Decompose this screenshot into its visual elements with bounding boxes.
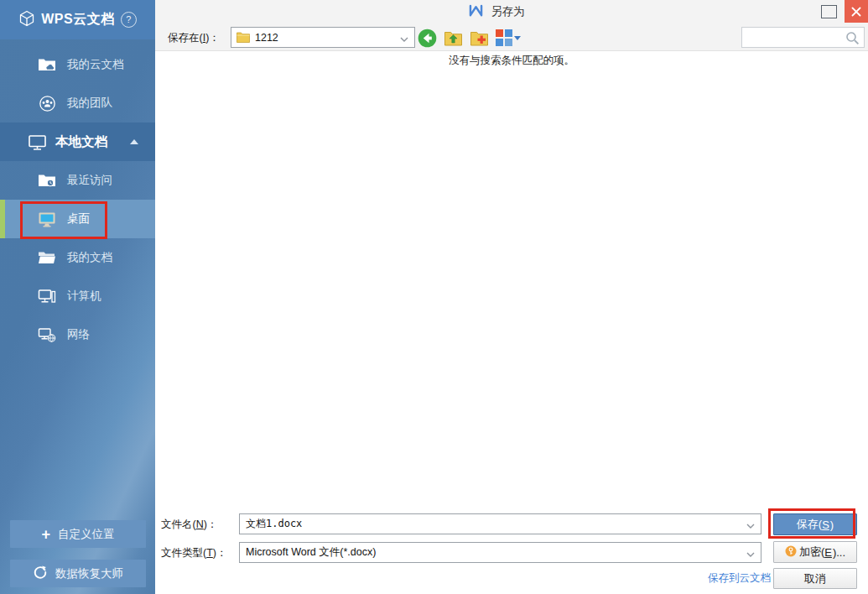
monitor-icon: [27, 134, 47, 150]
custom-location-label: 自定义位置: [58, 527, 115, 542]
sidebar-item-label: 计算机: [67, 289, 101, 304]
cancel-button[interactable]: 取消: [773, 568, 857, 589]
filetype-combobox[interactable]: Microsoft Word 文件(*.docx): [239, 542, 761, 563]
filename-label: 文件名(N)：: [161, 518, 217, 532]
encrypt-button[interactable]: 加密(E)...: [773, 541, 857, 563]
computer-icon: [37, 289, 57, 304]
button-mnemonic: S: [822, 518, 829, 531]
filename-value: 文档1.docx: [246, 517, 302, 531]
recent-folder-icon: [37, 174, 57, 187]
empty-state-message: 没有与搜索条件匹配的项。: [155, 54, 868, 68]
search-box: [741, 27, 865, 48]
sidebar-item-network[interactable]: 网络: [0, 315, 155, 354]
save-in-label: 保存在(I)：: [168, 31, 220, 45]
window-chrome: 另存为 保存在(I)： 1212: [155, 0, 868, 51]
save-to-cloud-link[interactable]: 保存到云文档: [708, 571, 771, 586]
collapse-arrow-icon[interactable]: [130, 139, 138, 144]
new-folder-icon[interactable]: [470, 29, 489, 46]
sidebar-title: WPS云文档: [41, 11, 114, 29]
location-value: 1212: [255, 32, 278, 44]
label-post: )：: [213, 547, 227, 559]
team-icon: [37, 95, 57, 112]
chevron-down-icon[interactable]: [746, 545, 755, 560]
data-recovery-button[interactable]: 数据恢复大师: [10, 560, 146, 587]
sidebar-item-my-documents[interactable]: 我的文档: [0, 238, 155, 277]
folder-up-icon[interactable]: [444, 29, 463, 46]
search-input[interactable]: [746, 29, 848, 48]
label-pre: 保存在(: [168, 32, 203, 44]
view-options-icon[interactable]: [496, 29, 521, 46]
save-button[interactable]: 保存(S): [773, 513, 857, 535]
titlebar: 另存为: [140, 0, 853, 23]
sidebar-item-label: 最近访问: [67, 173, 112, 188]
label-pre: 文件类型(: [161, 547, 206, 559]
button-post: )...: [833, 546, 845, 559]
wps-writer-logo-icon: [468, 4, 484, 20]
sidebar-section-local-docs[interactable]: 本地文档: [0, 122, 155, 161]
sidebar-header: WPS云文档 ?: [0, 0, 155, 39]
help-icon[interactable]: ?: [121, 12, 137, 28]
label-mnemonic: T: [206, 547, 213, 559]
location-dropdown[interactable]: 1212: [231, 27, 415, 48]
label-post: )：: [204, 518, 218, 530]
sidebar-item-recent[interactable]: 最近访问: [0, 161, 155, 200]
close-button[interactable]: [845, 0, 868, 23]
back-icon[interactable]: [418, 29, 437, 48]
restore-arrow-icon: [33, 565, 48, 582]
chevron-down-icon[interactable]: [400, 30, 408, 45]
sidebar-section-label: 本地文档: [55, 133, 107, 151]
filetype-label: 文件类型(T)：: [161, 546, 226, 560]
dialog-title: 另存为: [491, 4, 525, 19]
key-lock-icon: [785, 545, 797, 560]
label-mnemonic: N: [196, 518, 204, 530]
filename-combobox[interactable]: 文档1.docx: [239, 513, 761, 534]
chevron-down-icon[interactable]: [746, 517, 755, 532]
folder-toolbar: [418, 27, 521, 49]
sidebar-item-label: 网络: [67, 327, 90, 342]
plus-icon: +: [41, 527, 50, 542]
search-icon[interactable]: [845, 31, 860, 49]
data-recovery-label: 数据恢复大师: [55, 566, 123, 581]
label-pre: 文件名(: [161, 518, 196, 530]
button-post: ): [830, 518, 834, 531]
close-icon: [851, 7, 861, 17]
filetype-value: Microsoft Word 文件(*.docx): [246, 545, 376, 560]
sidebar-item-label: 桌面: [67, 211, 90, 227]
main-panel: 另存为 保存在(I)： 1212: [155, 0, 868, 594]
button-pre: 保存(: [797, 517, 822, 532]
documents-folder-icon: [37, 251, 57, 264]
network-icon: [37, 327, 57, 342]
button-pre: 加密(: [799, 544, 824, 560]
sidebar-item-my-team[interactable]: 我的团队: [0, 84, 155, 122]
sidebar-item-label: 我的文档: [67, 250, 112, 265]
maximize-button[interactable]: [821, 5, 837, 18]
custom-location-button[interactable]: + 自定义位置: [10, 520, 146, 548]
button-mnemonic: E: [824, 546, 832, 559]
sidebar: WPS云文档 ? 我的云文档 我的团队 本地文档 最近: [0, 0, 155, 594]
cloud-folder-icon: [37, 58, 57, 71]
sidebar-item-computer[interactable]: 计算机: [0, 277, 155, 315]
wps-cube-logo-icon: [18, 10, 35, 30]
sidebar-item-desktop[interactable]: 桌面: [0, 200, 155, 238]
sidebar-item-label: 我的云文档: [67, 57, 124, 72]
save-as-dialog: WPS云文档 ? 我的云文档 我的团队 本地文档 最近: [0, 0, 868, 594]
caret-down-icon: [514, 36, 521, 40]
desktop-icon: [37, 211, 57, 227]
sidebar-item-label: 我的团队: [67, 96, 112, 111]
folder-icon: [236, 32, 250, 43]
label-post: )：: [205, 32, 220, 44]
sidebar-item-my-cloud-docs[interactable]: 我的云文档: [0, 45, 155, 84]
